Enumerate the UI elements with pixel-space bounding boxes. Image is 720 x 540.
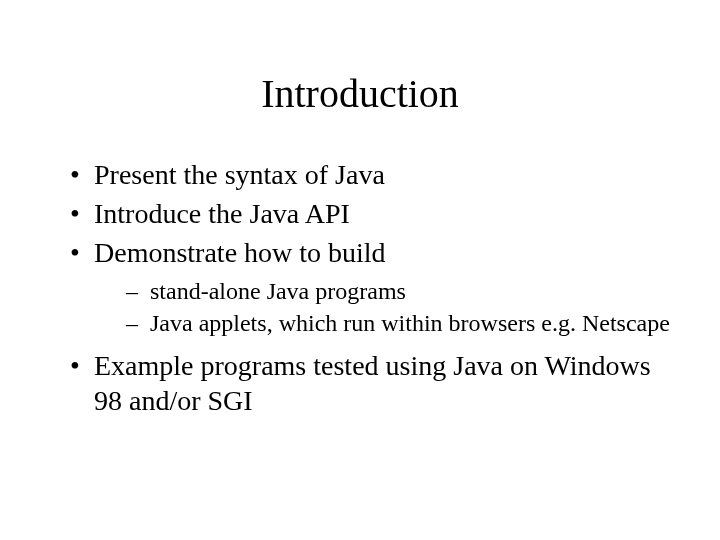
sub-bullet-text: Java applets, which run within browsers …	[150, 310, 670, 336]
bullet-text: Introduce the Java API	[94, 198, 350, 229]
list-item: Present the syntax of Java	[70, 157, 670, 192]
bullet-text: Demonstrate how to build	[94, 237, 386, 268]
bullet-text: Present the syntax of Java	[94, 159, 385, 190]
sub-bullet-list: stand-alone Java programs Java applets, …	[94, 276, 670, 338]
bullet-text: Example programs tested using Java on Wi…	[94, 350, 651, 416]
slide: Introduction Present the syntax of Java …	[0, 0, 720, 540]
list-item: Example programs tested using Java on Wi…	[70, 348, 670, 418]
list-item: Demonstrate how to build stand-alone Jav…	[70, 235, 670, 338]
list-item: Introduce the Java API	[70, 196, 670, 231]
list-item: stand-alone Java programs	[126, 276, 670, 306]
sub-bullet-text: stand-alone Java programs	[150, 278, 406, 304]
slide-title: Introduction	[50, 70, 670, 117]
bullet-list: Present the syntax of Java Introduce the…	[50, 157, 670, 418]
list-item: Java applets, which run within browsers …	[126, 308, 670, 338]
